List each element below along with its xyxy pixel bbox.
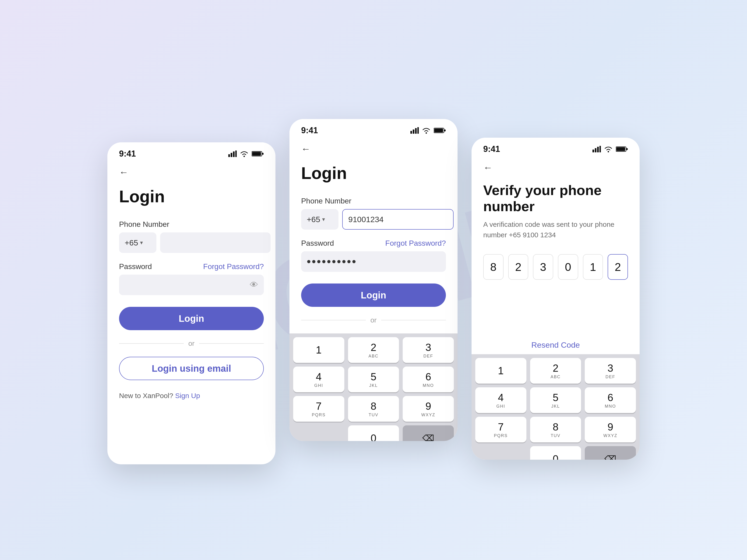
svg-point-12 xyxy=(426,132,427,134)
key-8-2[interactable]: 8TUV xyxy=(348,396,399,422)
key-5-2[interactable]: 5JKL xyxy=(348,367,399,392)
phone-label-2: Phone Number xyxy=(301,197,446,205)
chevron-down-icon-1: ▾ xyxy=(140,239,143,246)
resend-code-button[interactable]: Resend Code xyxy=(483,341,628,349)
country-select-2[interactable]: +65 ▾ xyxy=(301,209,338,230)
key-0-2[interactable]: 0 xyxy=(348,425,399,441)
forgot-password-1[interactable]: Forgot Password? xyxy=(203,262,264,271)
status-bar-1: 9:41 xyxy=(107,142,276,162)
signup-link-1[interactable]: Sign Up xyxy=(175,392,200,399)
phone-field-row-2: +65 ▾ xyxy=(301,209,446,230)
otp-digit-2[interactable]: 2 xyxy=(508,254,529,280)
divider-line-right-2 xyxy=(381,320,446,320)
phone-field-row-1: +65 ▾ xyxy=(119,232,264,253)
signal-icon-2 xyxy=(410,127,419,134)
otp-digit-3[interactable]: 3 xyxy=(533,254,553,280)
svg-rect-15 xyxy=(444,130,446,131)
password-input-1[interactable] xyxy=(119,275,264,295)
otp-row: 8 2 3 0 1 2 xyxy=(483,254,628,280)
key-2-2[interactable]: 2ABC xyxy=(348,337,399,363)
password-label-row-2: Password Forgot Password? xyxy=(301,239,446,247)
key-4-3[interactable]: 4GHI xyxy=(475,387,526,413)
svg-point-4 xyxy=(243,156,245,157)
battery-icon-2 xyxy=(434,127,446,134)
login-button-2[interactable]: Login xyxy=(301,284,446,307)
svg-rect-17 xyxy=(595,148,596,152)
svg-rect-0 xyxy=(228,154,230,157)
screen-1-content: Login Phone Number +65 ▾ Password Forgot… xyxy=(107,187,276,400)
divider-line-left-2 xyxy=(301,320,366,320)
phone-label-1: Phone Number xyxy=(119,220,264,229)
key-delete-3[interactable]: ⌫ xyxy=(585,446,636,460)
key-5-3[interactable]: 5JKL xyxy=(530,387,581,413)
keyboard-grid-2: 1 2ABC 3DEF 4GHI 5JKL 6MNO 7PQRS 8TUV 9W… xyxy=(293,337,454,441)
svg-rect-19 xyxy=(599,146,601,152)
otp-digit-5[interactable]: 1 xyxy=(583,254,603,280)
back-button-3[interactable]: ← xyxy=(471,158,640,178)
verify-subtitle: A verification code was sent to your pho… xyxy=(483,219,628,240)
signup-text-1: New to XanPool? Sign Up xyxy=(119,392,264,400)
battery-icon-3 xyxy=(616,146,628,152)
back-button-1[interactable]: ← xyxy=(107,162,276,182)
back-button-2[interactable]: ← xyxy=(289,139,458,159)
svg-rect-8 xyxy=(410,131,412,134)
status-icons-3 xyxy=(592,145,628,153)
key-3-3[interactable]: 3DEF xyxy=(585,358,636,383)
phone-1: 9:41 xyxy=(107,142,276,464)
status-icons-2 xyxy=(410,127,446,134)
svg-rect-10 xyxy=(415,128,417,134)
chevron-down-icon-2: ▾ xyxy=(322,216,325,222)
svg-rect-2 xyxy=(233,152,235,157)
svg-rect-23 xyxy=(626,148,628,150)
svg-rect-18 xyxy=(597,147,599,152)
key-1-2[interactable]: 1 xyxy=(293,337,344,363)
svg-rect-7 xyxy=(262,153,263,155)
wifi-icon-3 xyxy=(604,145,613,153)
key-7-3[interactable]: 7PQRS xyxy=(475,417,526,443)
phones-container: 9:41 xyxy=(107,96,640,464)
password-wrap-1: 👁 xyxy=(119,275,264,295)
key-6-3[interactable]: 6MNO xyxy=(585,387,636,413)
key-8-3[interactable]: 8TUV xyxy=(530,417,581,443)
time-1: 9:41 xyxy=(119,149,136,159)
otp-digit-6[interactable]: 2 xyxy=(608,254,628,280)
divider-text-2: or xyxy=(370,316,377,324)
divider-2: or xyxy=(301,316,446,324)
key-2-3[interactable]: 2ABC xyxy=(530,358,581,383)
otp-digit-1[interactable]: 8 xyxy=(483,254,504,280)
phone-input-2[interactable] xyxy=(342,209,454,230)
screen-3-content: Verify your phone number A verification … xyxy=(471,178,640,354)
svg-point-20 xyxy=(608,151,609,152)
key-1-3[interactable]: 1 xyxy=(475,358,526,383)
country-select-1[interactable]: +65 ▾ xyxy=(119,232,156,253)
login-button-1[interactable]: Login xyxy=(119,307,264,330)
wifi-icon xyxy=(239,150,249,157)
key-9-2[interactable]: 9WXYZ xyxy=(403,396,454,422)
otp-digit-4[interactable]: 0 xyxy=(558,254,578,280)
eye-icon-1[interactable]: 👁 xyxy=(250,280,258,290)
key-7-2[interactable]: 7PQRS xyxy=(293,396,344,422)
key-3-2[interactable]: 3DEF xyxy=(403,337,454,363)
password-wrap-2 xyxy=(301,251,446,272)
password-label-2: Password xyxy=(301,239,334,247)
forgot-password-2[interactable]: Forgot Password? xyxy=(385,239,446,247)
password-input-2[interactable] xyxy=(301,251,446,272)
key-4-2[interactable]: 4GHI xyxy=(293,367,344,392)
country-code-2: +65 xyxy=(307,215,320,224)
svg-rect-14 xyxy=(434,129,443,132)
email-login-button-1[interactable]: Login using email xyxy=(119,357,264,380)
divider-line-left-1 xyxy=(119,343,184,344)
key-9-3[interactable]: 9WXYZ xyxy=(585,417,636,443)
battery-icon xyxy=(252,151,264,157)
keyboard-grid-3: 1 2ABC 3DEF 4GHI 5JKL 6MNO 7PQRS 8TUV 9W… xyxy=(475,358,636,460)
screen-2-content: Login Phone Number +65 ▾ Password Forgot… xyxy=(289,159,458,334)
key-delete-2[interactable]: ⌫ xyxy=(403,425,454,441)
svg-rect-16 xyxy=(592,150,594,152)
signal-icon xyxy=(228,151,237,157)
phone-input-1[interactable] xyxy=(160,232,271,253)
phone-3: 9:41 ← xyxy=(471,138,640,460)
keyboard-2: 1 2ABC 3DEF 4GHI 5JKL 6MNO 7PQRS 8TUV 9W… xyxy=(289,334,458,441)
key-6-2[interactable]: 6MNO xyxy=(403,367,454,392)
key-0-3[interactable]: 0 xyxy=(530,446,581,460)
divider-line-right-1 xyxy=(199,343,264,344)
